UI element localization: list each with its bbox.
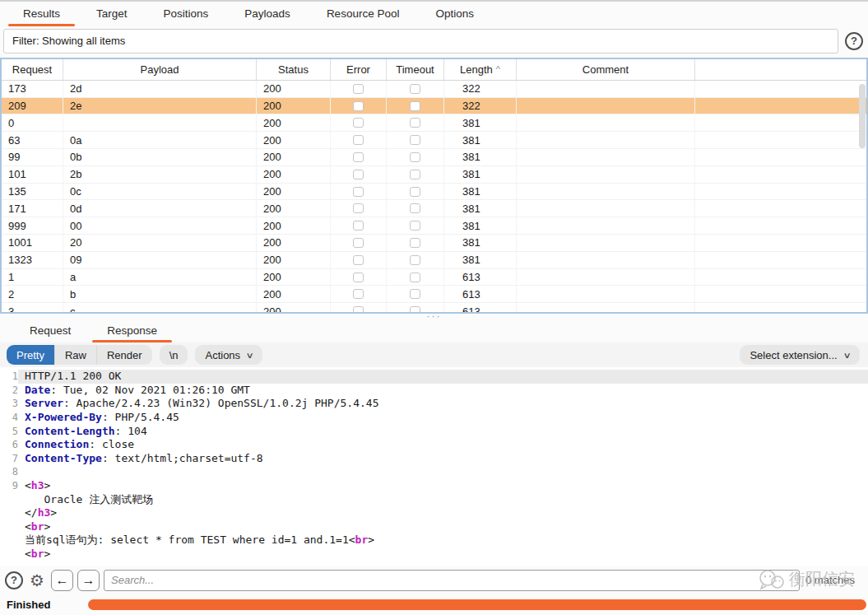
active-tab-underline [8, 24, 75, 26]
table-row[interactable]: 1350c200381 [2, 184, 866, 201]
checkbox-error[interactable] [353, 170, 364, 179]
checkbox-timeout[interactable] [410, 118, 420, 128]
checkbox-error[interactable] [353, 135, 364, 145]
checkbox-error[interactable] [353, 118, 364, 128]
cell-status: 200 [257, 149, 331, 165]
checkbox-error[interactable] [353, 152, 364, 162]
plain-text: 当前sql语句为: select * from TEST where id=1 … [25, 533, 349, 546]
table-row[interactable]: 990b200381 [2, 149, 866, 166]
tab-target[interactable]: Target [78, 2, 146, 26]
checkbox-error[interactable] [353, 84, 364, 94]
next-match-button[interactable]: → [77, 570, 100, 591]
tab-label: Target [96, 7, 128, 20]
search-input[interactable] [104, 570, 800, 591]
checkbox-timeout[interactable] [410, 170, 420, 179]
checkbox-error[interactable] [353, 238, 364, 248]
tab-results[interactable]: Results [5, 2, 78, 26]
raw-view-button[interactable]: Raw [55, 345, 97, 365]
newline-toggle-button[interactable]: \n [160, 345, 188, 365]
checkbox-error[interactable] [353, 289, 364, 299]
tag-bracket: < [349, 533, 355, 546]
table-row[interactable]: 2092e200322 [2, 98, 866, 115]
cell-error [331, 149, 387, 165]
message-tab-request[interactable]: Request [12, 319, 89, 343]
render-view-button[interactable]: Render [97, 345, 152, 365]
pretty-view-button[interactable]: Pretty [7, 345, 55, 365]
results-table-body: 1732d2003222092e2003220200381630a2003819… [2, 81, 866, 314]
column-header-request[interactable]: Request [2, 59, 63, 80]
message-tab-response[interactable]: Response [89, 319, 175, 343]
gear-icon[interactable]: ⚙ [27, 571, 47, 590]
checkbox-timeout[interactable] [410, 238, 420, 248]
table-row[interactable]: 132309200381 [2, 252, 866, 269]
tab-positions[interactable]: Positions [146, 2, 227, 26]
table-row[interactable]: 1732d200322 [2, 81, 866, 98]
filter-bar[interactable]: Filter: Showing all items [3, 29, 838, 54]
checkbox-error[interactable] [353, 306, 364, 313]
checkbox-timeout[interactable] [410, 203, 420, 213]
table-row[interactable]: 2b200613 [2, 286, 866, 303]
column-header-blank[interactable] [695, 59, 866, 80]
cell-comment [517, 184, 695, 200]
cell-status: 200 [257, 252, 331, 268]
checkbox-error[interactable] [353, 101, 364, 111]
cell-length: 381 [444, 200, 517, 217]
checkbox-error[interactable] [353, 187, 364, 197]
column-header-status[interactable]: Status [257, 59, 331, 80]
checkbox-timeout[interactable] [410, 289, 420, 299]
checkbox-error[interactable] [353, 255, 364, 265]
help-icon[interactable]: ? [845, 32, 863, 50]
checkbox-timeout[interactable] [410, 221, 420, 231]
checkbox-timeout[interactable] [410, 273, 420, 282]
response-line: Oracle 注入测试靶场 [0, 493, 868, 507]
checkbox-timeout[interactable] [410, 101, 420, 111]
cell-filler [695, 200, 866, 217]
select-extension-label: Select extension... [750, 349, 837, 361]
table-row[interactable]: 1a200613 [2, 269, 866, 287]
tab-label: Positions [164, 7, 209, 20]
cell-request: 999 [2, 217, 63, 234]
tab-resource-pool[interactable]: Resource Pool [309, 2, 418, 26]
previous-match-button[interactable]: ← [51, 570, 73, 591]
checkbox-timeout[interactable] [410, 152, 420, 162]
select-extension-dropdown[interactable]: Select extension... ∨ [740, 345, 860, 365]
response-line: </h3> [0, 506, 868, 520]
cell-timeout [387, 200, 444, 217]
column-header-comment[interactable]: Comment [517, 59, 695, 80]
table-row[interactable]: 99900200381 [2, 217, 866, 235]
column-header-timeout[interactable]: Timeout [387, 59, 444, 80]
checkbox-timeout[interactable] [410, 84, 420, 94]
cell-status: 200 [257, 235, 331, 251]
table-row[interactable]: 0200381 [2, 114, 866, 132]
table-row[interactable]: 100120200381 [2, 235, 866, 252]
table-row[interactable]: 3c200613 [2, 303, 866, 313]
column-header-error[interactable]: Error [331, 59, 387, 80]
checkbox-timeout[interactable] [410, 135, 420, 145]
cell-length: 381 [444, 217, 517, 234]
tab-payloads[interactable]: Payloads [226, 2, 309, 26]
column-header-label: Timeout [396, 63, 434, 76]
checkbox-timeout[interactable] [410, 306, 420, 313]
line-content: <br> [18, 520, 868, 534]
pane-splitter-handle[interactable]: ··· [0, 314, 868, 319]
cell-request: 209 [2, 98, 63, 114]
checkbox-error[interactable] [353, 273, 364, 282]
checkbox-timeout[interactable] [410, 255, 420, 265]
cell-length: 322 [444, 81, 517, 97]
table-row[interactable]: 1710d200381 [2, 200, 866, 217]
table-row[interactable]: 1012b200381 [2, 166, 866, 184]
table-row[interactable]: 630a200381 [2, 132, 866, 149]
line-number [0, 520, 18, 534]
cell-filler [695, 166, 866, 183]
tab-options[interactable]: Options [417, 2, 492, 26]
response-viewer[interactable]: 1HTTP/1.1 200 OK2Date: Tue, 02 Nov 2021 … [0, 367, 868, 566]
response-line: 3Server: Apache/2.4.23 (Win32) OpenSSL/1… [0, 397, 868, 411]
table-scrollbar[interactable] [859, 84, 866, 148]
search-help-icon[interactable]: ? [5, 571, 23, 589]
checkbox-error[interactable] [353, 221, 364, 231]
actions-button[interactable]: Actions ∨ [195, 345, 262, 365]
column-header-length[interactable]: Length^ [444, 59, 517, 80]
column-header-payload[interactable]: Payload [63, 59, 257, 80]
checkbox-timeout[interactable] [410, 187, 420, 197]
checkbox-error[interactable] [353, 203, 364, 213]
